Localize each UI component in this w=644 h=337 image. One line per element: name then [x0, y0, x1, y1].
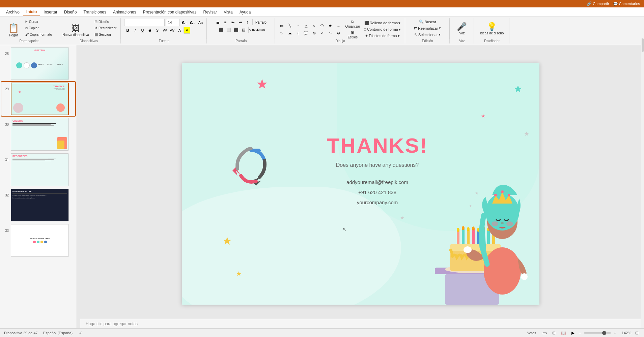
- tab-revisar[interactable]: Revisar: [200, 8, 220, 16]
- zoom-level[interactable]: 142%: [619, 331, 631, 335]
- align-right-button[interactable]: ⬛: [233, 26, 240, 33]
- reading-view-button[interactable]: 📖: [560, 330, 567, 336]
- seccion-icon: ▤: [94, 32, 98, 37]
- normal-view-button[interactable]: ▭: [541, 330, 548, 336]
- slide-thumb-33[interactable]: 33 Fonts & colors used: [1, 223, 75, 257]
- bracket-shape[interactable]: {: [295, 30, 301, 36]
- line-shape[interactable]: ╲: [286, 22, 293, 29]
- svg-point-27: [494, 194, 497, 196]
- triangle-shape[interactable]: △: [303, 22, 309, 29]
- slide-title[interactable]: THANKS!: [327, 133, 428, 157]
- shadow-button[interactable]: S: [154, 27, 161, 34]
- copy-format-icon: 🖌: [25, 32, 29, 36]
- tab-ayuda[interactable]: Ayuda: [236, 8, 254, 16]
- comments-button[interactable]: 💬 Comentarios: [613, 2, 640, 6]
- slide-thumb-29[interactable]: 29 THANKS! Does anyone have any question…: [1, 82, 75, 116]
- arrange-button[interactable]: ⧉ Organizar: [344, 19, 361, 29]
- tab-diseno[interactable]: Diseño: [61, 8, 80, 16]
- quick-styles-button[interactable]: ▣ Estilos: [344, 30, 361, 40]
- accessibility-check[interactable]: ✓: [78, 331, 83, 335]
- notes-placeholder[interactable]: Haga clic para agregar notas: [86, 321, 138, 326]
- star-shape[interactable]: ★: [327, 22, 334, 29]
- language-indicator[interactable]: Español (España): [43, 331, 73, 335]
- align-left-button[interactable]: ⬛: [218, 26, 225, 33]
- replace-chevron: ▾: [439, 26, 441, 30]
- cut-button[interactable]: ✂ Cortar: [24, 19, 53, 25]
- copy-button[interactable]: ⧉ Copiar: [24, 25, 53, 31]
- seleccionar-button[interactable]: ↖ Seleccionar ▾: [413, 32, 442, 37]
- text-direction-button[interactable]: Párrafo: [254, 20, 268, 25]
- tab-animaciones[interactable]: Animaciones: [110, 8, 140, 16]
- slide-sorter-button[interactable]: ⊞: [551, 330, 557, 336]
- slide-thumb-28[interactable]: 28 OUR TEAM NAME 1 NAME 2 NAME 3: [1, 47, 75, 81]
- highlight-button[interactable]: A: [184, 27, 190, 34]
- share-button[interactable]: 🔗 Compartir: [587, 1, 609, 6]
- font-decrease-button[interactable]: A↓: [189, 19, 196, 26]
- nueva-diapositiva-button[interactable]: 🖼 Nueva diapositiva: [60, 22, 92, 38]
- outline-button[interactable]: □ Contorno de forma ▾: [363, 27, 402, 32]
- circle-shape[interactable]: ○: [311, 22, 317, 29]
- bullet-list-button[interactable]: ☰: [215, 19, 221, 26]
- effects-icon: ✦: [365, 34, 368, 38]
- slide-thumb-31[interactable]: 31 RESOURCES: [1, 153, 75, 187]
- font-size-input[interactable]: [166, 19, 179, 26]
- select-icon: ↖: [414, 32, 417, 37]
- clear-format-button[interactable]: Aa: [197, 19, 204, 26]
- font-color-button[interactable]: A: [176, 27, 183, 34]
- increase-indent-button[interactable]: ⇥: [237, 19, 244, 26]
- arrow-shape[interactable]: →: [295, 22, 301, 29]
- effects-button[interactable]: ✦ Efectos de forma ▾: [363, 33, 402, 39]
- justify-button[interactable]: ▤: [240, 26, 247, 33]
- svg-point-31: [506, 221, 513, 226]
- tab-vista[interactable]: Vista: [220, 8, 236, 16]
- slideshow-button[interactable]: ▶: [570, 330, 576, 336]
- slide-thumb-32[interactable]: 32 Instructions for use In order to use …: [1, 188, 75, 222]
- align-center-button[interactable]: ⬜: [225, 26, 232, 33]
- copy-format-button[interactable]: 🖌 Copiar formato: [24, 32, 53, 37]
- buscar-button[interactable]: 🔍 Buscar: [418, 19, 438, 25]
- zoom-decrease[interactable]: −: [579, 330, 581, 336]
- ideas-diseno-button[interactable]: 💡 Ideas de diseño: [477, 21, 507, 36]
- fit-slide-button[interactable]: ⊡: [634, 330, 640, 336]
- rect-shape[interactable]: ▭: [278, 22, 285, 29]
- zoom-increase[interactable]: +: [614, 330, 616, 336]
- italic-button[interactable]: I: [132, 27, 138, 34]
- strikethrough-button[interactable]: S: [146, 27, 153, 34]
- tab-transiciones[interactable]: Transiciones: [80, 8, 110, 16]
- character-spacing-button[interactable]: AV: [169, 27, 175, 34]
- align-text-button[interactable]: Alinear: [250, 26, 257, 33]
- slide-thumb-30[interactable]: 30 CREDITS: [1, 117, 75, 151]
- custom-shape[interactable]: ⊘: [335, 30, 342, 36]
- checkmark-shape[interactable]: ✓: [319, 30, 326, 36]
- paste-button[interactable]: 📋 Pegar: [5, 22, 22, 38]
- decrease-indent-button[interactable]: ⇤: [229, 19, 236, 26]
- superscript-button[interactable]: A²: [161, 27, 168, 34]
- fill-button[interactable]: ⬛ Relleno de forma ▾: [363, 20, 402, 26]
- more-shapes[interactable]: …: [335, 22, 342, 29]
- tab-archivo[interactable]: Archivo: [3, 8, 23, 16]
- cloud-shape[interactable]: ☁: [286, 30, 293, 36]
- smartart-button[interactable]: Smart: [257, 26, 264, 33]
- tab-insertar[interactable]: Insertar: [40, 8, 61, 16]
- underline-button[interactable]: U: [139, 27, 146, 34]
- org-shape[interactable]: ⊕: [311, 30, 317, 36]
- zoom-slider[interactable]: [584, 332, 611, 334]
- reemplazar-button[interactable]: ⇄ Reemplazar ▾: [413, 25, 442, 31]
- columns-button[interactable]: ⫿: [244, 19, 251, 26]
- pentagon-shape[interactable]: ⬠: [319, 22, 326, 29]
- bold-button[interactable]: B: [124, 27, 131, 34]
- heart-shape[interactable]: ♡: [278, 30, 285, 36]
- font-increase-button[interactable]: A↑: [181, 19, 188, 26]
- tab-inicio[interactable]: Inicio: [23, 8, 40, 16]
- tab-presentacion[interactable]: Presentación con diapositivas: [140, 8, 200, 16]
- numbered-list-button[interactable]: ≡: [222, 19, 229, 26]
- wave-shape[interactable]: 〜: [327, 30, 334, 36]
- svg-rect-7: [467, 230, 470, 244]
- seccion-button[interactable]: ▤ Sección: [93, 32, 118, 37]
- font-selector[interactable]: [124, 19, 165, 26]
- restablecer-button[interactable]: ↺ Restablecer: [93, 25, 118, 31]
- dictar-button[interactable]: 🎤 Voz: [454, 21, 470, 36]
- diseno-button[interactable]: ⊞ Diseño: [93, 19, 118, 25]
- callout-shape[interactable]: 💬: [303, 30, 309, 36]
- notes-toggle[interactable]: Notas: [525, 330, 538, 336]
